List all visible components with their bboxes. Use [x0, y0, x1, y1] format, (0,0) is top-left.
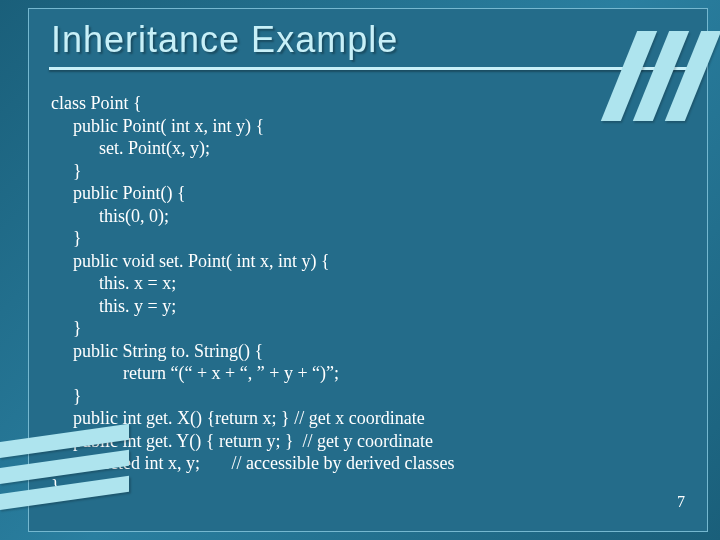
- code-line: }: [51, 385, 707, 408]
- code-line: }: [51, 475, 707, 498]
- code-line: public int get. Y() { return y; } // get…: [51, 430, 707, 453]
- decoration-stripes-bottom-left: [0, 433, 129, 513]
- code-line: set. Point(x, y);: [51, 137, 707, 160]
- code-line: public String to. String() {: [51, 340, 707, 363]
- code-line: this(0, 0);: [51, 205, 707, 228]
- code-line: return “(“ + x + “, ” + y + “)”;: [51, 362, 707, 385]
- slide: Inheritance Example class Point { public…: [28, 8, 708, 532]
- code-line: public void set. Point( int x, int y) {: [51, 250, 707, 273]
- code-line: public int get. X() {return x; } // get …: [51, 407, 707, 430]
- code-line: }: [51, 227, 707, 250]
- page-number: 7: [677, 493, 685, 511]
- code-line: }: [51, 160, 707, 183]
- code-block: class Point { public Point( int x, int y…: [29, 70, 707, 497]
- decoration-stripes-top-right: [583, 31, 703, 121]
- code-line: public Point() {: [51, 182, 707, 205]
- code-line: this. x = x;: [51, 272, 707, 295]
- code-line: }: [51, 317, 707, 340]
- code-line: this. y = y;: [51, 295, 707, 318]
- code-line: protected int x, y; // accessible by der…: [51, 452, 707, 475]
